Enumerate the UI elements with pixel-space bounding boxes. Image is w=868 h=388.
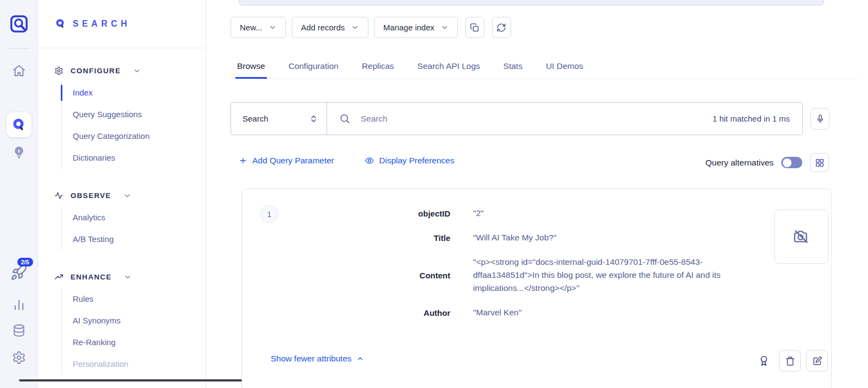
grid-icon <box>815 158 825 168</box>
edit-icon <box>812 356 822 366</box>
query-alternatives-group: Query alternatives <box>705 153 829 172</box>
new-button-label: New... <box>240 23 263 32</box>
display-preferences-label: Display Preferences <box>379 156 455 166</box>
section-observe: OBSERVE Analytics A/B Testing <box>54 191 206 250</box>
sidebar-item-ab-testing[interactable]: A/B Testing <box>62 228 206 250</box>
sidebar-item-index[interactable]: Index <box>62 82 206 104</box>
voice-search-button[interactable] <box>810 108 829 130</box>
query-tools-row: Add Query Parameter Display Preferences <box>239 156 454 166</box>
bar-chart-nav-icon[interactable] <box>12 298 26 312</box>
rocket-upgrade-icon[interactable]: 2/5 <box>10 264 28 281</box>
field-name: Content <box>242 271 450 280</box>
sidebar-nav: CONFIGURE Index Query Suggestions Query … <box>38 48 206 375</box>
section-configure-header[interactable]: CONFIGURE <box>54 66 206 75</box>
sidebar-item-dictionaries[interactable]: Dictionaries <box>62 147 206 169</box>
promote-record-button[interactable] <box>758 355 770 367</box>
sidebar-item-analytics[interactable]: Analytics <box>62 207 206 228</box>
field-row-author: Author "Marvel Ken" <box>242 306 831 319</box>
search-mode-select[interactable]: Search <box>231 103 327 135</box>
sidebar-item-query-categorization[interactable]: Query Categorization <box>62 125 206 147</box>
camera-off-icon <box>793 228 810 245</box>
hit-fields: objectID "2" Title "Will AI Take My Job?… <box>242 207 831 330</box>
search-nav-icon[interactable] <box>7 112 31 137</box>
field-name: Author <box>242 308 450 317</box>
search-mode-value: Search <box>242 114 269 123</box>
show-fewer-label: Show fewer attributes <box>271 354 352 364</box>
toggle-knob <box>783 158 792 167</box>
manage-index-button[interactable]: Manage index <box>374 17 458 38</box>
section-configure: CONFIGURE Index Query Suggestions Query … <box>54 66 206 169</box>
sidebar-header: SEARCH <box>38 0 206 48</box>
section-label: OBSERVE <box>71 192 111 200</box>
trash-icon <box>785 356 795 366</box>
tab-ui-demos[interactable]: UI Demos <box>544 55 585 79</box>
index-main-panel: New... Add records Manage index Browse C… <box>206 0 868 388</box>
algolia-logo[interactable] <box>9 14 29 34</box>
eye-icon <box>365 156 374 166</box>
sidebar-item-rules[interactable]: Rules <box>62 288 206 310</box>
award-icon <box>758 355 770 367</box>
tab-browse[interactable]: Browse <box>235 55 267 79</box>
delete-record-button[interactable] <box>779 350 801 372</box>
section-enhance-header[interactable]: ENHANCE <box>54 272 206 282</box>
tab-search-api-logs[interactable]: Search API Logs <box>416 55 481 79</box>
query-alternatives-label: Query alternatives <box>705 158 774 168</box>
field-value: "Marvel Ken" <box>473 306 756 319</box>
new-button[interactable]: New... <box>231 17 286 38</box>
add-query-parameter-label: Add Query Parameter <box>252 156 334 166</box>
microphone-icon <box>815 114 825 124</box>
query-alternatives-toggle[interactable] <box>781 157 802 168</box>
trending-up-icon <box>54 272 63 282</box>
rail-divider <box>9 48 29 49</box>
sidebar-item-re-ranking[interactable]: Re-Ranking <box>62 332 206 353</box>
search-input[interactable] <box>360 113 703 124</box>
refresh-button[interactable] <box>492 17 511 38</box>
sidebar-item-ai-synonyms[interactable]: AI Synonyms <box>62 310 206 332</box>
chevron-down-icon <box>441 23 449 31</box>
display-preferences-link[interactable]: Display Preferences <box>365 156 455 166</box>
chevron-down-icon <box>133 67 141 75</box>
database-nav-icon[interactable] <box>12 323 26 338</box>
search-icon <box>339 113 350 124</box>
hit-card: 1 objectID "2" Title "Will AI Take My Jo… <box>241 188 832 388</box>
tab-stats[interactable]: Stats <box>502 55 524 79</box>
edit-record-button[interactable] <box>806 350 828 372</box>
index-selector-cutoff <box>239 0 824 5</box>
home-nav-icon[interactable] <box>11 63 26 78</box>
search-sidebar: SEARCH CONFIGURE Index Query Suggestions… <box>38 0 206 388</box>
product-title: SEARCH <box>73 19 131 29</box>
tab-configuration[interactable]: Configuration <box>287 55 340 79</box>
field-value: "<p><strong id="docs-internal-guid-14079… <box>473 256 756 295</box>
gear-icon <box>54 66 63 75</box>
search-input-area: 1 hit matched in 1 ms <box>327 103 802 135</box>
search-bar: Search 1 hit matched in 1 ms <box>231 102 803 135</box>
copy-button[interactable] <box>465 17 484 38</box>
sidebar-item-query-suggestions[interactable]: Query Suggestions <box>62 104 206 125</box>
copy-icon <box>470 23 480 33</box>
section-label: ENHANCE <box>71 273 112 281</box>
refresh-icon <box>496 23 506 33</box>
grid-view-button[interactable] <box>810 153 829 172</box>
chevron-down-icon <box>351 23 359 31</box>
chevron-down-icon <box>124 273 132 281</box>
field-value: "Will AI Take My Job?" <box>473 231 756 244</box>
chevron-down-icon <box>123 192 131 200</box>
scrollbar-thumb[interactable] <box>19 379 242 381</box>
field-name: Title <box>242 233 450 243</box>
recommend-bulb-icon[interactable] <box>11 145 26 160</box>
add-query-parameter-link[interactable]: Add Query Parameter <box>239 156 334 166</box>
add-records-button[interactable]: Add records <box>292 17 368 38</box>
tab-replicas[interactable]: Replicas <box>360 55 395 79</box>
section-observe-header[interactable]: OBSERVE <box>54 191 206 200</box>
search-product-icon <box>55 18 66 29</box>
add-records-label: Add records <box>301 23 345 32</box>
show-fewer-attributes-link[interactable]: Show fewer attributes <box>271 354 364 364</box>
settings-nav-icon[interactable] <box>12 351 26 365</box>
field-name: objectID <box>242 209 450 218</box>
usage-badge: 2/5 <box>17 258 33 266</box>
section-enhance: ENHANCE Rules AI Synonyms Re-Ranking Per… <box>54 272 206 375</box>
field-row-objectid: objectID "2" <box>242 207 831 220</box>
field-row-content: Content "<p><strong id="docs-internal-gu… <box>242 256 831 295</box>
chevron-down-icon <box>269 23 277 31</box>
plus-icon <box>239 156 247 165</box>
